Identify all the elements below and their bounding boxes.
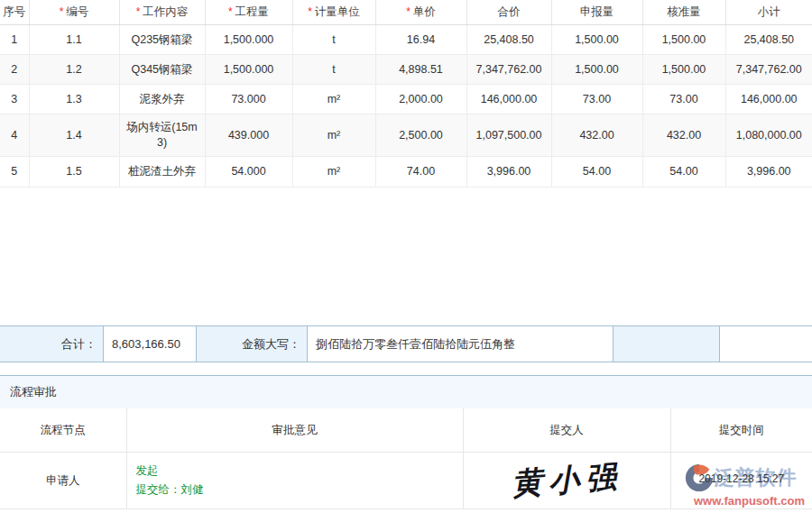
submit-timestamp: 2019-12-28 15:27 xyxy=(698,472,784,485)
cell-work-content: 桩泥渣土外弃 xyxy=(119,157,205,188)
cell-serial: 5 xyxy=(0,157,29,188)
cell-declared-qty: 73.00 xyxy=(551,85,642,115)
cell-declared-qty: 54.00 xyxy=(551,157,642,188)
approval-row: 申请人 发起 提交给：刘健 黄小强 泛普软件 www.fanpu xyxy=(0,453,812,509)
empty-space xyxy=(0,188,812,325)
cell-work-content: 场内转运(15m3) xyxy=(119,115,205,157)
required-mark: * xyxy=(60,5,64,18)
opinion-initiate-text: 发起 xyxy=(136,462,462,481)
approval-opinion-cell: 发起 提交给：刘健 xyxy=(126,453,463,509)
cell-subtotal: 25,408.50 xyxy=(725,25,812,55)
cell-approved-qty: 54.00 xyxy=(642,157,725,188)
cell-number: 1.4 xyxy=(29,115,119,157)
cell-unit: m² xyxy=(292,85,375,115)
required-mark: * xyxy=(308,5,312,18)
summary-bar: 合计： 8,603,166.50 金额大写： 捌佰陆拾万零叁仟壹佰陆拾陆元伍角整 xyxy=(0,325,812,362)
cell-serial: 4 xyxy=(0,115,29,157)
cell-declared-qty: 432.00 xyxy=(551,115,642,157)
total-amount-field[interactable]: 8,603,166.50 xyxy=(104,326,197,362)
col-header-quantity: *工程量 xyxy=(205,0,292,25)
cell-subtotal: 7,347,762.00 xyxy=(725,55,812,85)
cell-quantity: 1,500.000 xyxy=(205,25,292,55)
boq-table: 序号 *编号 *工作内容 *工程量 *计量单位 *单价 合价 申报量 核准量 小… xyxy=(0,0,812,188)
col-header-subtotal: 小计 xyxy=(725,0,812,25)
summary-empty-cell xyxy=(614,326,720,362)
required-mark: * xyxy=(136,5,141,18)
cell-unit-price: 74.00 xyxy=(375,157,466,188)
total-label: 合计： xyxy=(0,326,104,362)
cell-unit-price: 4,898.51 xyxy=(375,55,466,85)
cell-total-price: 7,347,762.00 xyxy=(466,55,551,85)
approval-section-title: 流程审批 xyxy=(0,375,812,408)
table-row: 3 1.3 泥浆外弃 73.000 m² 2,000.00 146,000.00… xyxy=(0,85,812,115)
table-row: 5 1.5 桩泥渣土外弃 54.000 m² 74.00 3,996.00 54… xyxy=(0,157,812,188)
cell-number: 1.2 xyxy=(29,55,119,85)
cell-quantity: 1,500.000 xyxy=(205,55,292,85)
cell-serial: 1 xyxy=(0,25,29,55)
flow-node-cell: 申请人 xyxy=(0,453,126,509)
cell-quantity: 54.000 xyxy=(205,157,292,188)
opinion-submitted-to-text: 提交给：刘健 xyxy=(136,481,462,499)
cell-total-price: 1,097,500.00 xyxy=(466,115,551,157)
table-row: 1 1.1 Q235钢箱梁 1,500.000 t 16.94 25,408.5… xyxy=(0,25,812,55)
cell-serial: 3 xyxy=(0,85,29,115)
submitter-signature: 黄小强 xyxy=(510,456,623,505)
col-header-total-price: 合价 xyxy=(466,0,551,25)
cell-unit-price: 16.94 xyxy=(375,25,466,55)
approval-header-row: 流程节点 审批意见 提交人 提交时间 xyxy=(0,408,812,453)
required-mark: * xyxy=(228,5,233,18)
col-header-declared-qty: 申报量 xyxy=(551,0,642,25)
col-header-serial: 序号 xyxy=(0,0,29,25)
cell-approved-qty: 73.00 xyxy=(642,85,725,115)
cell-quantity: 73.000 xyxy=(205,85,292,115)
cell-declared-qty: 1,500.00 xyxy=(551,55,642,85)
amount-in-words-label: 金额大写： xyxy=(197,326,308,362)
table-header-row: 序号 *编号 *工作内容 *工程量 *计量单位 *单价 合价 申报量 核准量 小… xyxy=(0,0,812,25)
cell-number: 1.5 xyxy=(29,157,119,188)
empty-space xyxy=(0,362,812,375)
cell-number: 1.3 xyxy=(29,85,119,115)
col-header-work-content: *工作内容 xyxy=(119,0,205,25)
cell-unit: t xyxy=(292,55,375,85)
cell-work-content: 泥浆外弃 xyxy=(119,85,205,115)
watermark-url-text: www.fanpusoft.com xyxy=(682,494,812,508)
cell-subtotal: 3,996.00 xyxy=(725,157,812,188)
cell-total-price: 146,000.00 xyxy=(466,85,551,115)
required-mark: * xyxy=(406,5,411,18)
cell-subtotal: 1,080,000.00 xyxy=(725,115,812,157)
cell-number: 1.1 xyxy=(29,25,119,55)
cell-unit: m² xyxy=(292,115,375,157)
cell-approved-qty: 1,500.00 xyxy=(642,55,725,85)
cell-approved-qty: 1,500.00 xyxy=(642,25,725,55)
cell-approved-qty: 432.00 xyxy=(642,115,725,157)
approval-table: 流程节点 审批意见 提交人 提交时间 申请人 发起 提交给：刘健 黄小强 xyxy=(0,408,812,509)
cell-unit: m² xyxy=(292,157,375,188)
cell-serial: 2 xyxy=(0,55,29,85)
col-header-number: *编号 xyxy=(29,0,119,25)
cell-unit-price: 2,500.00 xyxy=(375,115,466,157)
cell-work-content: Q235钢箱梁 xyxy=(119,25,205,55)
col-header-submitter: 提交人 xyxy=(463,408,670,453)
col-header-flow-node: 流程节点 xyxy=(0,408,126,453)
col-header-unit-price: *单价 xyxy=(375,0,466,25)
cell-declared-qty: 1,500.00 xyxy=(551,25,642,55)
col-header-approved-qty: 核准量 xyxy=(642,0,725,25)
cell-total-price: 3,996.00 xyxy=(466,157,551,188)
summary-empty-cell xyxy=(720,326,812,362)
cell-quantity: 439.000 xyxy=(205,115,292,157)
cell-unit-price: 2,000.00 xyxy=(375,85,466,115)
col-header-submit-time: 提交时间 xyxy=(670,408,812,453)
cell-work-content: Q345钢箱梁 xyxy=(119,55,205,85)
col-header-unit: *计量单位 xyxy=(292,0,375,25)
table-row: 2 1.2 Q345钢箱梁 1,500.000 t 4,898.51 7,347… xyxy=(0,55,812,85)
submitter-cell: 黄小强 xyxy=(463,453,670,509)
cell-unit: t xyxy=(292,25,375,55)
cell-subtotal: 146,000.00 xyxy=(725,85,812,115)
table-row: 4 1.4 场内转运(15m3) 439.000 m² 2,500.00 1,0… xyxy=(0,115,812,157)
cell-total-price: 25,408.50 xyxy=(466,25,551,55)
col-header-approval-opinion: 审批意见 xyxy=(126,408,463,453)
amount-in-words-field[interactable]: 捌佰陆拾万零叁仟壹佰陆拾陆元伍角整 xyxy=(308,326,614,362)
submit-time-cell: 泛普软件 www.fanpusoft.com 2019-12-28 15:27 xyxy=(670,453,812,509)
